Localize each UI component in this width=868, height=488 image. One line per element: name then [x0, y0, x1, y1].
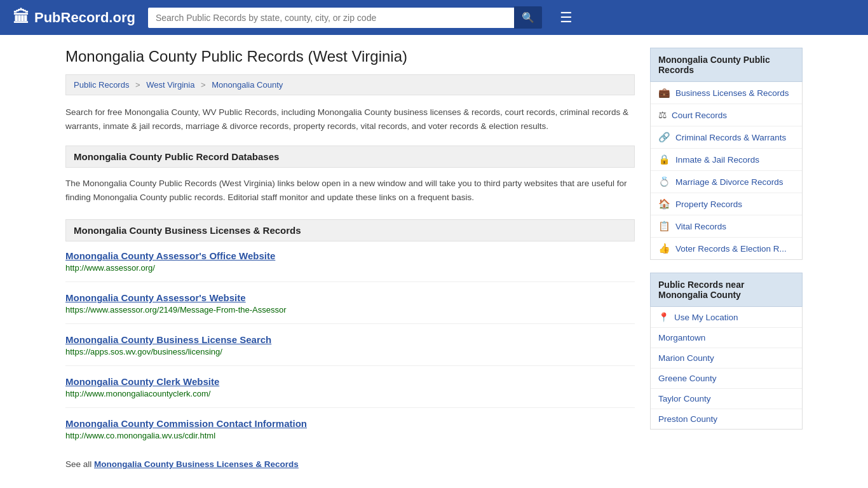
record-entry: Monongalia County Clerk Website http://w… — [65, 376, 635, 408]
databases-description: The Monongalia County Public Records (We… — [65, 177, 635, 204]
record-url-link[interactable]: http://www.monongaliacountyclerk.com/ — [65, 389, 210, 398]
record-link[interactable]: Monongalia County Business License Searc… — [65, 334, 271, 345]
breadcrumb-link-west-virginia[interactable]: West Virginia — [146, 80, 194, 90]
use-location-item[interactable]: 📍 Use My Location — [651, 307, 802, 328]
sidebar-nearby-list: 📍 Use My Location Morgantown Marion Coun… — [650, 307, 803, 430]
breadcrumb-sep-2: > — [201, 80, 206, 90]
record-title: Monongalia County Commission Contact Inf… — [65, 418, 635, 429]
sidebar-record-item[interactable]: 🔗 Criminal Records & Warrants — [651, 126, 802, 149]
breadcrumb-sep-1: > — [135, 80, 140, 90]
sidebar-record-label: Property Records — [675, 200, 742, 209]
breadcrumb-link-monongalia[interactable]: Monongalia County — [212, 80, 283, 90]
record-url: http://www.co.monongalia.wv.us/cdir.html — [65, 431, 635, 440]
location-icon: 📍 — [658, 312, 669, 322]
record-entry: Monongalia County Commission Contact Inf… — [65, 418, 635, 449]
record-entry: Monongalia County Assessor's Website htt… — [65, 292, 635, 324]
nearby-link[interactable]: Marion County — [658, 353, 714, 363]
sidebar-record-label: Inmate & Jail Records — [675, 155, 759, 165]
search-input[interactable] — [148, 8, 514, 28]
record-link[interactable]: Monongalia County Commission Contact Inf… — [65, 418, 307, 429]
record-url-link[interactable]: http://www.assessor.org/ — [65, 263, 155, 273]
record-link[interactable]: Monongalia County Assessor's Website — [65, 292, 246, 303]
nearby-county-item[interactable]: Preston County — [651, 409, 802, 429]
sidebar-record-icon: 👍 — [658, 243, 670, 254]
record-url-link[interactable]: https://www.assessor.org/2149/Message-Fr… — [65, 305, 287, 315]
sidebar-record-icon: 💼 — [658, 87, 670, 98]
nearby-link[interactable]: Morgantown — [658, 333, 705, 342]
sidebar-record-item[interactable]: ⚖ Court Records — [651, 104, 802, 126]
logo[interactable]: 🏛 PubRecord.org — [13, 8, 135, 27]
sidebar-records-list: 💼 Business Licenses & Records ⚖ Court Re… — [650, 82, 803, 260]
sidebar-nearby-header: Public Records near Monongalia County — [650, 273, 803, 307]
sidebar-records-box: Monongalia County Public Records 💼 Busin… — [650, 48, 803, 260]
record-title: Monongalia County Clerk Website — [65, 376, 635, 387]
search-area: 🔍 — [148, 6, 542, 29]
see-all-link[interactable]: Monongalia County Business Licenses & Re… — [94, 459, 299, 469]
nearby-link[interactable]: Greene County — [658, 374, 717, 383]
record-url: https://www.assessor.org/2149/Message-Fr… — [65, 305, 635, 315]
record-url: https://apps.sos.wv.gov/business/licensi… — [65, 347, 635, 356]
sidebar-record-label: Criminal Records & Warrants — [675, 133, 786, 142]
sidebar-record-item[interactable]: 📋 Vital Records — [651, 215, 802, 238]
record-title: Monongalia County Assessor's Office Webs… — [65, 250, 635, 261]
sidebar-record-label: Vital Records — [675, 222, 726, 231]
page-title: Monongalia County Public Records (West V… — [65, 48, 635, 65]
sidebar-record-item[interactable]: 💍 Marriage & Divorce Records — [651, 171, 802, 193]
business-section-header: Monongalia County Business Licenses & Re… — [65, 219, 635, 241]
sidebar-record-icon: 🏠 — [658, 198, 670, 210]
see-all-line: See all Monongalia County Business Licen… — [65, 459, 635, 469]
menu-button[interactable]: ☰ — [560, 10, 573, 26]
intro-text: Search for free Monongalia County, WV Pu… — [65, 105, 635, 133]
sidebar-record-icon: 🔗 — [658, 132, 670, 143]
sidebar-record-item[interactable]: 👍 Voter Records & Election R... — [651, 238, 802, 259]
sidebar-record-label: Court Records — [672, 111, 727, 120]
databases-section-header: Monongalia County Public Record Database… — [65, 146, 635, 168]
sidebar-nearby-box: Public Records near Monongalia County 📍 … — [650, 273, 803, 430]
see-all-text: See all — [65, 459, 92, 469]
nearby-county-item[interactable]: Greene County — [651, 369, 802, 389]
sidebar-record-label: Business Licenses & Records — [675, 88, 789, 98]
sidebar-record-icon: ⚖ — [658, 109, 667, 121]
search-button[interactable]: 🔍 — [514, 6, 542, 29]
record-entry: Monongalia County Assessor's Office Webs… — [65, 250, 635, 282]
sidebar-record-item[interactable]: 💼 Business Licenses & Records — [651, 82, 802, 104]
use-location-label: Use My Location — [674, 313, 738, 322]
record-title: Monongalia County Business License Searc… — [65, 334, 635, 345]
main-content: Monongalia County Public Records (West V… — [65, 48, 635, 469]
sidebar-records-header: Monongalia County Public Records — [650, 48, 803, 82]
records-list: Monongalia County Assessor's Office Webs… — [65, 250, 635, 449]
sidebar-record-icon: 📋 — [658, 220, 670, 232]
logo-icon: 🏛 — [13, 8, 29, 27]
nearby-county-item[interactable]: Taylor County — [651, 389, 802, 409]
sidebar: Monongalia County Public Records 💼 Busin… — [650, 48, 803, 469]
record-url: http://www.assessor.org/ — [65, 263, 635, 273]
sidebar-record-label: Voter Records & Election R... — [675, 244, 787, 254]
sidebar-record-item[interactable]: 🔒 Inmate & Jail Records — [651, 149, 802, 171]
record-url-link[interactable]: http://www.co.monongalia.wv.us/cdir.html — [65, 431, 215, 440]
record-url-link[interactable]: https://apps.sos.wv.gov/business/licensi… — [65, 347, 222, 356]
record-title: Monongalia County Assessor's Website — [65, 292, 635, 303]
record-entry: Monongalia County Business License Searc… — [65, 334, 635, 366]
nearby-link[interactable]: Taylor County — [658, 394, 711, 403]
logo-text: PubRecord.org — [34, 10, 135, 26]
record-link[interactable]: Monongalia County Assessor's Office Webs… — [65, 250, 275, 261]
record-link[interactable]: Monongalia County Clerk Website — [65, 376, 219, 387]
sidebar-record-icon: 🔒 — [658, 154, 670, 165]
site-header: 🏛 PubRecord.org 🔍 ☰ — [0, 0, 868, 35]
nearby-link[interactable]: Preston County — [658, 414, 717, 424]
nearby-county-item[interactable]: Marion County — [651, 348, 802, 369]
sidebar-record-item[interactable]: 🏠 Property Records — [651, 193, 802, 215]
nearby-county-item[interactable]: Morgantown — [651, 328, 802, 348]
record-url: http://www.monongaliacountyclerk.com/ — [65, 389, 635, 398]
breadcrumb-link-public-records[interactable]: Public Records — [74, 80, 129, 90]
breadcrumb: Public Records > West Virginia > Mononga… — [65, 74, 635, 95]
sidebar-record-icon: 💍 — [658, 176, 670, 187]
sidebar-record-label: Marriage & Divorce Records — [675, 177, 783, 187]
